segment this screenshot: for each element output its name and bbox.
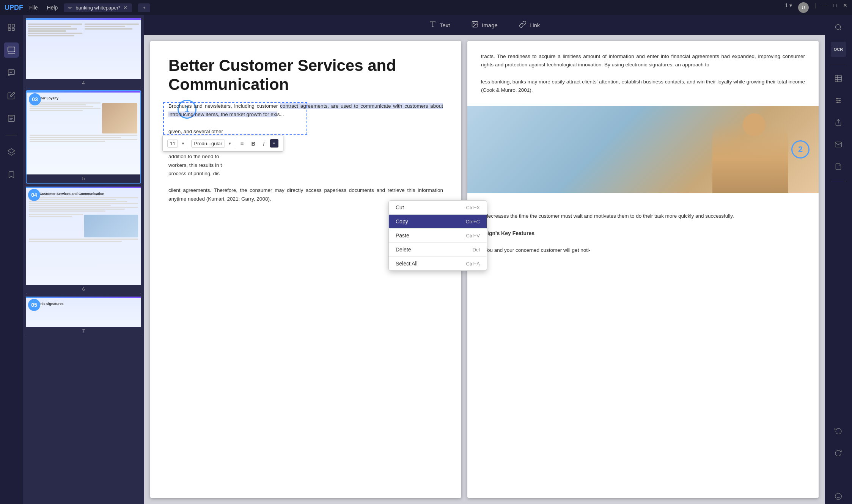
- thumb-label-6: 6: [26, 285, 141, 294]
- doc-right-image: 2: [467, 106, 819, 193]
- font-name-arrow[interactable]: ▼: [228, 141, 232, 146]
- sidebar-right-share[interactable]: [831, 115, 846, 130]
- format-sep-1: [188, 139, 188, 148]
- sidebar-right-mail[interactable]: [831, 137, 846, 152]
- menu-file[interactable]: File: [29, 5, 38, 11]
- svg-point-31: [835, 493, 842, 500]
- sidebar-icon-bookmark[interactable]: [4, 167, 19, 182]
- sidebar-right-sliders[interactable]: [831, 93, 846, 108]
- doc-heading: Better Customer Services and Communicati…: [168, 56, 443, 94]
- thumbnail-page-6[interactable]: 04 Better Customer Services and Communic…: [26, 187, 141, 294]
- ocr-button[interactable]: OCR: [831, 42, 846, 57]
- add-tab-button[interactable]: +: [138, 3, 150, 12]
- sidebar-right-ai[interactable]: [831, 489, 846, 504]
- color-picker[interactable]: ▾: [270, 139, 278, 148]
- sidebar-icon-layers[interactable]: [4, 144, 19, 160]
- menu-bar: File Help: [29, 5, 58, 11]
- close-button[interactable]: ✕: [843, 2, 847, 13]
- italic-button[interactable]: I: [261, 140, 267, 148]
- text-format-toolbar: 11 ▼ Produ···gular ▼ ≡ B I ▾: [162, 135, 283, 152]
- doc-right-esign-section: It decreases the time the customer must …: [467, 201, 819, 266]
- font-size-arrow[interactable]: ▼: [181, 141, 185, 146]
- title-bar: UPDF File Help ✏ banking whitepaper* ✕ +…: [0, 0, 852, 15]
- paste-label: Paste: [396, 232, 409, 239]
- maximize-button[interactable]: □: [834, 2, 837, 13]
- doc-right-para2: It decreases the time the customer must …: [481, 212, 805, 220]
- sidebar-icon-pages[interactable]: [4, 20, 19, 35]
- document-page-right: tracts. The readiness to acquire a limit…: [467, 41, 819, 498]
- sidebar-right-layers[interactable]: [831, 71, 846, 86]
- tab-title: banking whitepaper*: [75, 5, 120, 11]
- svg-rect-6: [8, 70, 15, 75]
- doc-content-right: tracts. The readiness to acquire a limit…: [467, 41, 819, 106]
- document-area: Text Image Link 1: [144, 15, 825, 504]
- doc-text-line2: given, and several other: [168, 129, 223, 134]
- sidebar-icon-forms[interactable]: [4, 111, 19, 126]
- sidebar-icon-comment[interactable]: [4, 65, 19, 80]
- thumb-title-loyalty: Customer Loyalty: [30, 96, 137, 101]
- cut-shortcut: Ctrl+X: [466, 205, 480, 210]
- thumb-badge-05: 05: [28, 299, 40, 311]
- context-menu-select-all[interactable]: Select All Ctrl+A: [389, 257, 487, 270]
- undo-button[interactable]: [831, 423, 846, 438]
- sidebar-right-search[interactable]: [831, 20, 846, 35]
- thumbnail-page-5[interactable]: 03 Customer Loyalty: [26, 90, 141, 184]
- thumb-label-7: 7: [26, 327, 141, 335]
- doc-right-para1: less banking, banks may more easily attr…: [481, 78, 805, 95]
- document-scroll[interactable]: 1 11 ▼ Produ···gular ▼ ≡ B I ▾: [144, 35, 825, 504]
- paste-shortcut: Ctrl+V: [466, 233, 480, 239]
- font-size-field[interactable]: 11: [167, 140, 178, 148]
- main-layout: 4 03 Customer Loyalty: [0, 15, 852, 504]
- text-tool-icon: [429, 20, 437, 30]
- left-sidebar: [0, 15, 23, 504]
- bold-button[interactable]: B: [249, 140, 258, 148]
- select-all-label: Select All: [396, 261, 418, 267]
- document-tab[interactable]: ✏ banking whitepaper* ✕: [64, 3, 132, 12]
- doc-text-conclusion: client agreements. Therefore, the consum…: [168, 187, 443, 201]
- doc-right-intro: tracts. The readiness to acquire a limit…: [481, 52, 805, 69]
- sidebar-icon-edit[interactable]: [4, 42, 19, 58]
- thumbnail-panel: 4 03 Customer Loyalty: [23, 15, 144, 504]
- thumbnail-page-7[interactable]: 05 Electronic signatures 7: [26, 297, 141, 335]
- context-menu-copy[interactable]: Copy Ctrl+C: [389, 215, 487, 228]
- sidebar-icon-edit2[interactable]: [4, 88, 19, 103]
- image-tool-label: Image: [482, 22, 498, 28]
- sidebar-right-file[interactable]: [831, 159, 846, 174]
- redo-button[interactable]: [831, 445, 846, 460]
- font-name-field[interactable]: Produ···gular: [191, 140, 225, 148]
- context-menu-delete[interactable]: Delete Del: [389, 243, 487, 256]
- doc-content-left: Better Customer Services and Communicati…: [150, 41, 461, 218]
- doc-text-addition: addition to the need fo: [168, 154, 219, 159]
- cut-label: Cut: [396, 204, 404, 210]
- thumb-label-5: 5: [27, 174, 140, 183]
- image-tool-button[interactable]: Image: [467, 18, 502, 32]
- link-tool-icon: [519, 20, 527, 30]
- align-button[interactable]: ≡: [238, 140, 246, 148]
- doc-text-para1-start: Brochures and newsletters, including cus…: [168, 103, 280, 109]
- svg-point-17: [473, 22, 475, 24]
- user-avatar[interactable]: U: [798, 2, 809, 13]
- esign-key-features-title: eSign's Key Features: [481, 229, 805, 238]
- image-tool-icon: [471, 20, 479, 30]
- minimize-button[interactable]: —: [822, 2, 828, 13]
- link-tool-button[interactable]: Link: [514, 18, 545, 32]
- document-page-left: 1 11 ▼ Produ···gular ▼ ≡ B I ▾: [150, 41, 461, 498]
- edit-icon: ✏: [68, 5, 72, 11]
- thumbnail-page-4[interactable]: 4: [26, 18, 141, 87]
- context-menu-cut[interactable]: Cut Ctrl+X: [389, 201, 487, 214]
- tab-close-icon[interactable]: ✕: [123, 5, 127, 11]
- right-sidebar-sep-1: [831, 64, 846, 64]
- ocr-label: OCR: [834, 47, 843, 52]
- window-sep: |: [815, 2, 816, 13]
- svg-rect-4: [8, 47, 15, 52]
- svg-line-19: [840, 29, 841, 30]
- step-two-label: 2: [798, 144, 803, 154]
- doc-text-line7: process of printing, dis: [168, 171, 220, 176]
- text-tool-label: Text: [440, 22, 450, 28]
- thumb-title-esig: Electronic signatures: [29, 302, 138, 306]
- link-tool-label: Link: [530, 22, 540, 28]
- context-menu-paste[interactable]: Paste Ctrl+V: [389, 229, 487, 242]
- menu-help[interactable]: Help: [47, 5, 58, 11]
- text-tool-button[interactable]: Text: [424, 18, 455, 32]
- doc-text-block[interactable]: Brochures and newsletters, including cus…: [168, 102, 443, 203]
